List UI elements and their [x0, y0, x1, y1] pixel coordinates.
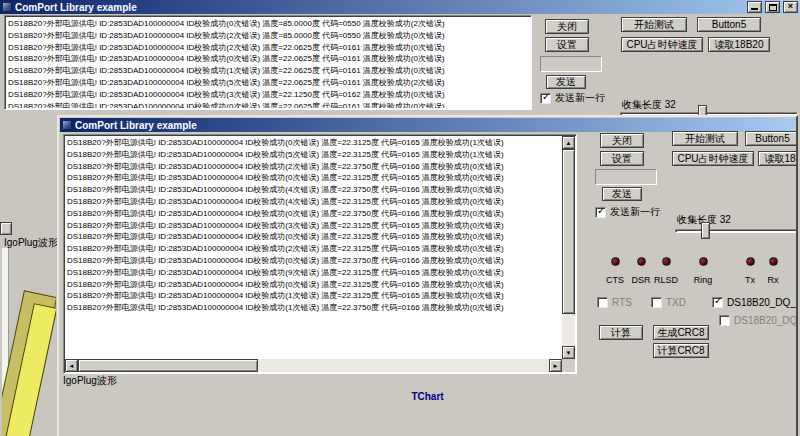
- back-start-test-button[interactable]: 开始测试: [621, 17, 687, 32]
- gen-crc8-button[interactable]: 生成CRC8: [653, 325, 709, 340]
- log-line: DS18B20?外部电源供电! ID:2853DAD100000004 ID校验…: [67, 255, 561, 267]
- front-window-title: ComPort Library example: [75, 120, 197, 131]
- back-newline-checkbox-box[interactable]: [540, 93, 551, 104]
- front-slider-thumb[interactable]: [701, 222, 710, 239]
- calc-button[interactable]: 计算: [599, 325, 643, 340]
- front-newline-checkbox[interactable]: 发送新一行: [595, 205, 660, 219]
- led-rlsd: RLSD: [653, 257, 679, 285]
- front-wave-label: IgoPlug波形: [63, 374, 117, 388]
- rts-checkbox[interactable]: RTS: [597, 297, 632, 308]
- dq-cts-checkbox-box[interactable]: [719, 315, 730, 326]
- front-send-button[interactable]: 发送: [602, 187, 642, 201]
- led-dsr: DSR: [628, 257, 654, 285]
- back-log-memo[interactable]: DS18B20?外部电源供电! ID:2853DAD100000004 ID校验…: [4, 15, 532, 110]
- log-line: DS18B20?外部电源供电! ID:2853DAD100000004 ID校验…: [67, 279, 561, 291]
- log-line: DS18B20?外部电源供电! ID:2853DAD100000004 ID校验…: [67, 208, 561, 220]
- back-cpu-clock-button[interactable]: CPU占时钟速度: [621, 37, 703, 52]
- dsr-led-label: DSR: [628, 275, 654, 285]
- front-cpu-clock-button[interactable]: CPU占时钟速度: [672, 151, 754, 166]
- back-window-titlebar[interactable]: ComPort Library example ×: [0, 0, 800, 14]
- rlsd-led-icon: [662, 257, 671, 266]
- log-line: DS18B20?外部电源供电! ID:2853DAD100000004 ID校验…: [67, 267, 561, 279]
- log-line: DS18B20?外部电源供电! ID:2853DAD100000004 ID校验…: [67, 161, 561, 173]
- log-line: DS18B20?外部电源供电! ID:2853DAD100000004 ID校验…: [67, 243, 561, 255]
- back-settings-button[interactable]: 设置: [545, 37, 589, 52]
- log-line: DS18B20?外部电源供电! ID:2853DAD100000004 ID校验…: [8, 89, 530, 101]
- cts-led-icon: [611, 257, 620, 266]
- back-close-button[interactable]: 关闭: [545, 19, 589, 34]
- scroll-down-icon[interactable]: ▼: [562, 346, 575, 359]
- log-line: DS18B20?外部电源供电! ID:2853DAD100000004 ID校验…: [67, 196, 561, 208]
- log-line: DS18B20?外部电源供电! ID:2853DAD100000004 ID校验…: [67, 172, 561, 184]
- app-icon: [2, 2, 12, 12]
- back-chart-area: [2, 248, 56, 436]
- scroll-up-icon[interactable]: ▲: [562, 136, 575, 149]
- vscroll-thumb[interactable]: [562, 149, 575, 314]
- close-icon[interactable]: ×: [783, 1, 798, 13]
- back-window-title: ComPort Library example: [15, 2, 137, 13]
- log-line: DS18B20?外部电源供电! ID:2853DAD100000004 ID校验…: [8, 101, 530, 108]
- log-line: DS18B20?外部电源供电! ID:2853DAD100000004 ID校验…: [8, 77, 530, 89]
- back-send-input[interactable]: [540, 56, 602, 72]
- back-button5[interactable]: Button5: [697, 17, 761, 32]
- led-ring: Ring: [690, 257, 716, 285]
- back-read-18b20-button[interactable]: 读取18B20: [708, 37, 770, 52]
- front-slider-channel[interactable]: [675, 229, 798, 233]
- txd-checkbox-box[interactable]: [651, 297, 662, 308]
- dtr-checkbox-box[interactable]: [712, 297, 723, 308]
- front-send-input[interactable]: [595, 169, 657, 185]
- cts-led-label: CTS: [602, 275, 628, 285]
- front-memo-hscrollbar[interactable]: ◄ ►: [65, 359, 562, 372]
- dtr-checkbox-label: DS18B20_DQ_DTR: [727, 297, 798, 308]
- front-log-memo[interactable]: DS18B20?外部电源供电! ID:2853DAD100000004 ID校验…: [63, 134, 577, 374]
- log-line: DS18B20?外部电源供电! ID:2853DAD100000004 ID校验…: [67, 302, 561, 314]
- back-log-lines: DS18B20?外部电源供电! ID:2853DAD100000004 ID校验…: [8, 18, 530, 108]
- front-app-icon: [62, 120, 72, 130]
- scroll-left-icon[interactable]: ◄: [65, 359, 78, 372]
- log-line: DS18B20?外部电源供电! ID:2853DAD100000004 ID校验…: [67, 149, 561, 161]
- log-line: DS18B20?外部电源供电! ID:2853DAD100000004 ID校验…: [8, 42, 530, 54]
- hscroll-thumb[interactable]: [78, 359, 258, 372]
- led-rx: Rx: [760, 257, 786, 285]
- scrollbar-corner: [562, 359, 575, 372]
- front-read-18b20-button[interactable]: 读取18B20: [758, 151, 798, 166]
- log-line: DS18B20?外部电源供电! ID:2853DAD100000004 ID校验…: [67, 220, 561, 232]
- front-start-test-button[interactable]: 开始测试: [672, 131, 738, 146]
- rts-checkbox-box[interactable]: [597, 297, 608, 308]
- tchart-title: TChart: [61, 391, 794, 402]
- log-line: DS18B20?外部电源供电! ID:2853DAD100000004 ID校验…: [8, 30, 530, 42]
- front-button5[interactable]: Button5: [745, 131, 798, 146]
- front-memo-vscrollbar[interactable]: ▲ ▼: [562, 136, 575, 359]
- front-close-button[interactable]: 关闭: [600, 133, 644, 148]
- back-send-button[interactable]: 发送: [546, 75, 586, 89]
- front-collect-length-slider[interactable]: [675, 221, 798, 241]
- rx-led-icon: [769, 257, 778, 266]
- ring-led-icon: [699, 257, 708, 266]
- log-line: DS18B20?外部电源供电! ID:2853DAD100000004 ID校验…: [8, 53, 530, 65]
- log-line: DS18B20?外部电源供电! ID:2853DAD100000004 ID校验…: [67, 184, 561, 196]
- rts-checkbox-label: RTS: [612, 297, 632, 308]
- ring-led-label: Ring: [690, 275, 716, 285]
- dq-cts-checkbox-label: DS18B20_DQ_CTS: [734, 315, 798, 326]
- log-line: DS18B20?外部电源供电! ID:2853DAD100000004 ID校验…: [67, 231, 561, 243]
- maximize-icon[interactable]: [765, 1, 780, 13]
- front-newline-checkbox-label: 发送新一行: [610, 205, 660, 219]
- scroll-right-icon[interactable]: ►: [549, 359, 562, 372]
- led-cts: CTS: [602, 257, 628, 285]
- log-line: DS18B20?外部电源供电! ID:2853DAD100000004 ID校验…: [67, 137, 561, 149]
- front-newline-checkbox-box[interactable]: [595, 207, 606, 218]
- log-line: DS18B20?外部电源供电! ID:2853DAD100000004 ID校验…: [8, 65, 530, 77]
- txd-checkbox[interactable]: TXD: [651, 297, 686, 308]
- front-settings-button[interactable]: 设置: [600, 151, 644, 166]
- minimize-glyph: [751, 8, 758, 10]
- minimize-icon[interactable]: [747, 1, 762, 13]
- calc-crc8-button[interactable]: 计算CRC8: [653, 343, 709, 358]
- dsr-led-icon: [637, 257, 646, 266]
- dq-cts-checkbox[interactable]: DS18B20_DQ_CTS: [719, 315, 798, 326]
- front-log-lines: DS18B20?外部电源供电! ID:2853DAD100000004 ID校验…: [67, 137, 561, 358]
- back-newline-checkbox[interactable]: 发送新一行: [540, 91, 605, 105]
- front-chart-area: TChart: [61, 387, 794, 436]
- dtr-checkbox[interactable]: DS18B20_DQ_DTR: [712, 297, 798, 308]
- log-line: DS18B20?外部电源供电! ID:2853DAD100000004 ID校验…: [8, 18, 530, 30]
- front-window-titlebar[interactable]: ComPort Library example: [60, 118, 795, 132]
